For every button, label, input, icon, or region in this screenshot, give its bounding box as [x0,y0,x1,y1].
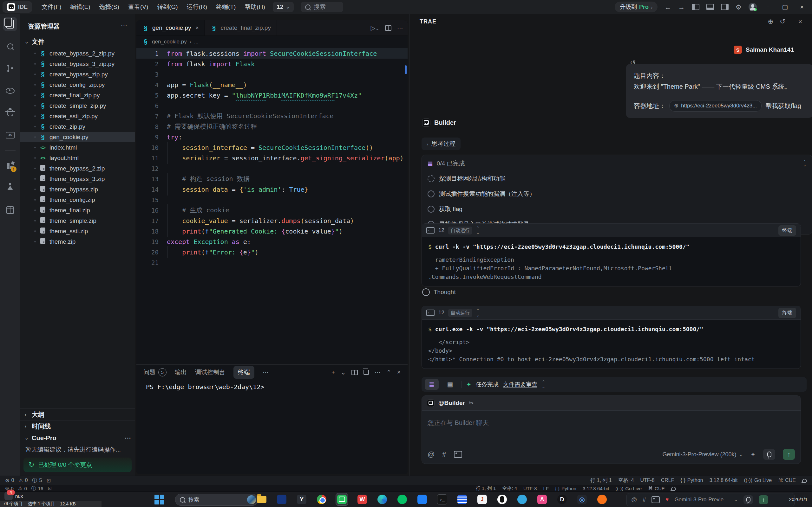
code-line[interactable]: 10 session_interface = SecureCookieSessi… [136,142,408,153]
run-button[interactable]: ▷⌄ [371,24,379,32]
split-terminal-icon[interactable] [351,370,358,375]
mention-icon[interactable]: @ [631,497,637,503]
file-row[interactable]: §create_bypass_3_zip.py [20,59,135,69]
panel-tab[interactable]: 调试控制台 [195,368,225,377]
changed-files-button[interactable]: ▤ [443,379,457,390]
new-chat-icon[interactable]: ⊕ [768,18,774,25]
code-line[interactable]: 21 [136,257,408,268]
taskbar-app-blue-app[interactable] [416,493,428,505]
file-row[interactable]: §create_bypass_zip.py [20,69,135,79]
editor-more-icon[interactable]: ⋯ [397,24,403,32]
taskbar-app-file-explorer[interactable] [256,493,268,505]
file-row[interactable]: §create_zip.py [20,121,135,132]
code-line[interactable]: 16 # 生成 cookie [136,205,408,216]
taskbar-app-orange-app[interactable] [596,493,608,505]
status-item[interactable]: ⊡ [48,486,52,491]
taskbar-app-y-app[interactable]: Y [296,493,308,505]
auto-run-badge[interactable]: 自动运行 [448,309,472,317]
code-line[interactable]: 1from flask.sessions import SecureCookie… [136,48,408,59]
file-row[interactable]: <>layout.html [20,153,135,163]
status-item[interactable]: 行 1, 列 1 [590,477,612,484]
collapse-icon[interactable]: ⌃⌄ [803,160,806,167]
context-icon[interactable]: # [643,497,646,503]
activity-search[interactable] [3,39,17,53]
skills-icon[interactable]: ✂ [469,400,473,406]
menu-item[interactable]: 查看(V) [124,1,152,13]
task-item[interactable]: 探测目标网站结构和功能 [427,175,806,183]
status-item[interactable]: ⊡ [46,477,50,484]
file-row[interactable]: §create_bypass_2_zip.py [20,48,135,59]
sparkle-icon[interactable]: ✦ [751,451,756,458]
history-icon[interactable]: ↺ [780,18,785,25]
mic-button[interactable] [744,495,753,504]
activity-package[interactable] [3,203,17,217]
taskbar-app-qq[interactable] [496,493,508,505]
file-row[interactable]: theme_final.zip [20,205,135,216]
code-line[interactable]: 14 session_data = {'is_admin': True} [136,184,408,194]
files-section-header[interactable]: ⌄ 文件 [25,38,44,46]
panel-more-icon[interactable]: ⋯ [374,369,380,376]
restore-button[interactable]: ▢ [779,3,791,11]
send-button[interactable]: ↑ [783,449,795,460]
upgrade-pro-button[interactable]: 升级到 Pro › [615,2,658,12]
code-line[interactable]: 2from flask import Flask [136,59,408,69]
taskbar-clock[interactable]: 2026/1/1 [789,492,808,507]
taskbar-app-green-app[interactable] [396,493,408,505]
menu-item[interactable]: 文件(F) [38,1,65,13]
status-item[interactable]: ⌘CUE [648,486,665,491]
status-item[interactable]: ⚠0 [18,486,27,491]
close-tab-icon[interactable]: × [196,25,199,31]
outline-section[interactable]: › 大纲 [20,408,135,420]
code-line[interactable]: 11 serializer = session_interface.get_si… [136,153,408,163]
open-terminal-button[interactable]: 终端 [778,308,796,318]
code-line[interactable]: 6 [136,101,408,111]
file-row[interactable]: theme_bypass_2.zip [20,163,135,174]
activity-extensions[interactable]: ! [3,159,17,173]
mention-icon[interactable]: @ [427,450,435,458]
toggle-panel-icon[interactable] [706,4,714,10]
taskbar-app-trae[interactable] [336,493,348,506]
status-item[interactable]: ((·))Go Live [744,477,772,483]
file-row[interactable]: theme_ssti.zip [20,226,135,236]
thinking-process-toggle[interactable]: › 思考过程 [421,137,461,150]
taskbar-app-pink-a-app[interactable]: A [536,493,548,505]
close-button[interactable]: × [798,3,806,11]
updown-icon[interactable]: ⌃⌄ [542,380,545,389]
code-line[interactable]: 15 [136,194,408,205]
image-icon[interactable] [454,451,462,458]
terminal-content[interactable]: PS F:\edge browser\web-2day\12> [136,380,408,394]
window-selector[interactable]: 12 ⌄ [273,2,294,12]
panel-tab[interactable]: 终端 [234,366,254,379]
file-row[interactable]: §create_ssti_zip.py [20,111,135,121]
menu-item[interactable]: 编辑(E) [66,1,94,13]
activity-source-control[interactable] [3,61,17,75]
chat-input-placeholder[interactable]: 您正在与 Builder 聊天 [427,418,489,427]
status-item[interactable]: UTF-8 [640,477,654,483]
back-button[interactable]: ← [664,4,671,10]
code-line[interactable]: 3 [136,69,408,79]
status-item[interactable]: ((·))Go Live [615,486,642,491]
activity-remote[interactable]: <> [3,128,17,142]
code-line[interactable]: 8# 需要确保模拟正确的签名过程 [136,121,408,132]
status-item[interactable]: 空格: 4 [502,486,517,492]
file-row[interactable]: §gen_cookie.py [20,132,135,142]
breadcrumb[interactable]: § gen_cookie.py › ... [142,38,199,45]
panel-tab[interactable]: 问题5 [143,368,166,377]
taskbar-app-edge[interactable] [376,493,388,505]
maximize-panel-icon[interactable]: ⌃ [386,369,392,376]
menu-item[interactable]: 转到(G) [153,1,182,13]
mic-button[interactable] [763,449,775,460]
code-editor[interactable]: 1from flask.sessions import SecureCookie… [136,48,408,268]
status-item[interactable]: ⊗0 [5,477,14,484]
gear-icon[interactable]: ⚙ [735,4,742,10]
taskbar-app-lenovo-app[interactable] [275,493,288,505]
file-row[interactable]: <>index.html [20,142,135,153]
activity-preview[interactable] [3,83,17,98]
open-terminal-button[interactable]: 终端 [778,225,796,236]
taskbar-app-d-app[interactable]: D [556,493,568,505]
file-row[interactable]: theme_bypass_3.zip [20,174,135,184]
file-row[interactable]: §create_config_zip.py [20,79,135,90]
code-line[interactable]: 18 print(f"Generated Cookie: {cookie_val… [136,226,408,236]
mention-chip[interactable]: @Builder [438,400,465,406]
status-item[interactable]: 3.12.8 64-bit [709,477,738,483]
